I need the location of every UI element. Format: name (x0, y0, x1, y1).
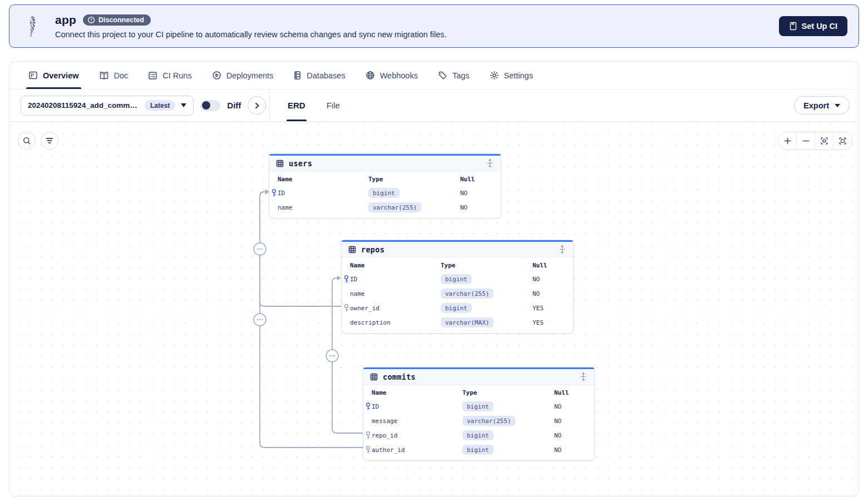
col-header-null: Null (460, 176, 501, 183)
column-name: ID (350, 276, 441, 283)
status-badge-label: Disconnected (98, 16, 144, 24)
export-label: Export (803, 101, 829, 110)
column-type-badge: varchar(255) (441, 289, 494, 299)
export-button[interactable]: Export (794, 96, 850, 115)
diff-toggle[interactable] (200, 100, 220, 111)
server-icon (293, 71, 302, 80)
nav-tab-label: Databases (307, 71, 345, 80)
move-handle-icon[interactable] (558, 245, 566, 254)
book-icon (99, 71, 109, 80)
search-button[interactable] (18, 132, 36, 150)
col-header-type: Type (441, 262, 532, 269)
zoom-in-button[interactable] (778, 132, 797, 150)
column-null: NO (532, 276, 573, 283)
banner-text: app Disconnected Connect this project to… (55, 13, 779, 39)
nav-tab-deployments[interactable]: Deployments (204, 62, 282, 89)
col-header-name: Name (278, 176, 368, 183)
foreign-key-icon (365, 446, 371, 454)
column-null: YES (532, 319, 573, 326)
table-column-row[interactable]: name varchar(255) NO (342, 286, 573, 301)
zoom-out-button[interactable] (797, 132, 815, 150)
column-type-badge: bigint (368, 188, 400, 198)
erd-canvas[interactable]: users Name Type Null ID bigint NO name v… (9, 122, 859, 496)
document-icon (789, 22, 797, 31)
move-handle-icon[interactable] (579, 372, 588, 381)
next-migration-button[interactable] (248, 96, 266, 115)
table-column-row[interactable]: name varchar(255) NO (269, 200, 501, 215)
view-tab-file[interactable]: File (319, 90, 348, 121)
table-header[interactable]: repos (342, 242, 573, 257)
column-null: NO (554, 446, 594, 454)
column-type-badge: varchar(255) (368, 202, 421, 212)
nav-tab-settings[interactable]: Settings (482, 62, 541, 89)
erd-table-repos[interactable]: repos Name Type Null ID bigint NO name v… (341, 240, 574, 334)
column-type-badge: bigint (462, 401, 494, 411)
column-type-badge: bigint (462, 445, 494, 455)
column-null: NO (554, 432, 594, 439)
column-null: NO (554, 417, 594, 425)
column-null: YES (532, 305, 573, 312)
canvas-zoom-controls (778, 132, 852, 150)
latest-badge: Latest (145, 100, 175, 111)
table-header[interactable]: commits (363, 369, 594, 385)
primary-key-icon (343, 275, 349, 284)
gear-icon (490, 71, 499, 80)
nav-tabs: Overview Doc CI Runs Deployments Databas… (9, 62, 859, 90)
move-handle-icon[interactable] (486, 159, 494, 167)
minus-icon (802, 137, 810, 145)
erd-table-commits[interactable]: commits Name Type Null ID bigint NO mess… (363, 367, 595, 461)
foreign-key-icon (343, 304, 349, 312)
view-tab-erd[interactable]: ERD (280, 90, 313, 121)
view-tabs: ERDFile (270, 90, 348, 121)
column-type-badge: varchar(255) (462, 416, 515, 426)
tag-icon (438, 71, 447, 80)
table-column-row[interactable]: ID bigint NO (363, 399, 594, 414)
nav-tab-overview[interactable]: Overview (21, 62, 87, 89)
nav-tab-label: Deployments (226, 71, 274, 80)
table-column-row[interactable]: message varchar(255) NO (363, 414, 594, 428)
cardinality-many-icon (254, 314, 266, 326)
app-logo-icon (26, 14, 43, 38)
focus-view-button[interactable] (815, 132, 834, 150)
filter-button[interactable] (41, 132, 58, 150)
set-up-ci-button[interactable]: Set Up CI (779, 16, 847, 36)
search-icon (23, 137, 31, 145)
table-header[interactable]: users (269, 156, 501, 171)
canvas-controls-left (18, 132, 58, 150)
table-column-row[interactable]: author_id bigint NO (363, 443, 594, 457)
column-name: repo_id (372, 432, 462, 439)
nav-tab-doc[interactable]: Doc (91, 62, 136, 89)
table-name: commits (383, 372, 574, 381)
project-title: app (55, 13, 76, 27)
col-header-type: Type (462, 389, 554, 396)
table-column-row[interactable]: ID bigint NO (342, 272, 573, 286)
erd-table-users[interactable]: users Name Type Null ID bigint NO name v… (269, 153, 501, 218)
column-type-badge: bigint (441, 303, 472, 313)
table-column-row[interactable]: repo_id bigint NO (363, 428, 594, 443)
table-column-row[interactable]: ID bigint NO (269, 186, 501, 200)
nav-tab-label: Settings (504, 71, 533, 80)
diff-label: Diff (227, 101, 241, 110)
nav-tab-ci-runs[interactable]: CI Runs (140, 62, 199, 89)
column-header-row: Name Type Null (363, 386, 594, 399)
migration-select[interactable]: 20240208115924_add_commit... Latest (21, 96, 194, 116)
nav-tab-webhooks[interactable]: Webhooks (358, 62, 426, 89)
column-name: owner_id (350, 305, 441, 312)
table-columns: Name Type Null ID bigint NO name varchar… (342, 257, 573, 333)
column-name: name (350, 290, 441, 297)
column-null: NO (460, 204, 501, 211)
set-up-ci-label: Set Up CI (802, 22, 837, 31)
play-circle-icon (212, 71, 221, 80)
chevron-down-icon (835, 104, 840, 107)
table-column-row[interactable]: owner_id bigint YES (342, 301, 573, 315)
column-type-badge: bigint (462, 430, 494, 440)
project-banner: app Disconnected Connect this project to… (9, 4, 859, 48)
column-name: ID (372, 403, 462, 410)
column-null: NO (532, 290, 573, 297)
cardinality-many-icon (254, 243, 266, 255)
fit-view-button[interactable] (834, 132, 852, 150)
nav-tab-tags[interactable]: Tags (430, 62, 477, 89)
table-icon (276, 160, 284, 167)
nav-tab-databases[interactable]: Databases (285, 62, 353, 89)
table-column-row[interactable]: description varchar(MAX) YES (342, 315, 573, 330)
